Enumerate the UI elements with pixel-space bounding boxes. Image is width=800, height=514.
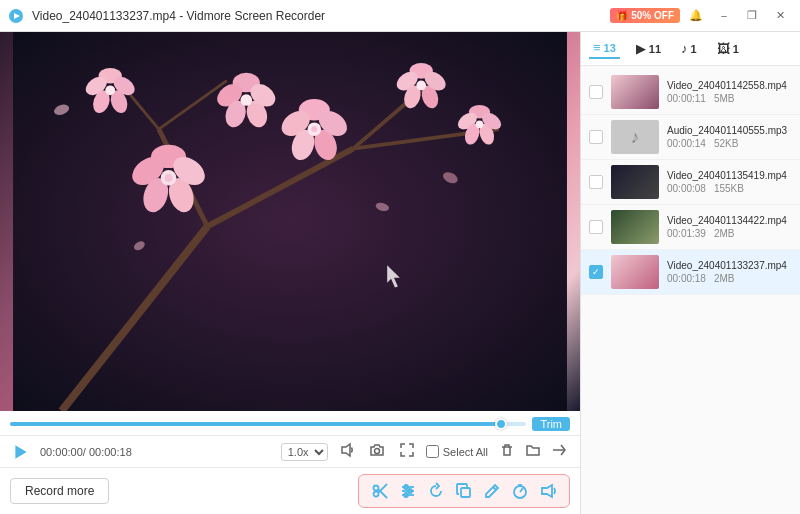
title-bar-left: Video_240401133237.mp4 - Vidmore Screen … [8,8,325,24]
list-item[interactable]: Video_240401135419.mp4 00:00:08 155KB [581,160,800,205]
item-thumbnail [611,255,659,289]
item-name: Video_240401133237.mp4 [667,260,792,271]
item-meta: 00:01:39 2MB [667,228,792,239]
folder-button[interactable] [522,440,544,463]
video-section: Trim 00:00:00/ 00:00:18 1.0x 0.5x 1.5x 2… [0,32,580,514]
svg-point-48 [166,175,172,181]
item-thumbnail: ♪ [611,120,659,154]
svg-rect-68 [461,488,470,497]
tab-video[interactable]: ▶ 11 [632,39,665,58]
progress-section: Trim [0,411,580,435]
item-meta: 00:00:18 2MB [667,273,792,284]
speed-select[interactable]: 1.0x 0.5x 1.5x 2.0x [281,443,328,461]
item-name: Video_240401142558.mp4 [667,80,792,91]
svg-line-69 [493,487,496,490]
time-display: 00:00:00/ 00:00:18 [40,446,132,458]
item-checkbox[interactable] [589,130,603,144]
item-checkbox[interactable] [589,85,603,99]
progress-track[interactable] [10,422,526,426]
bell-button[interactable]: 🔔 [684,4,708,28]
item-name: Video_240401135419.mp4 [667,170,792,181]
speed-button[interactable] [509,480,531,502]
fullscreen-button[interactable] [396,440,418,463]
title-bar: Video_240401133237.mp4 - Vidmore Screen … [0,0,800,32]
item-checkbox[interactable] [589,265,603,279]
play-button[interactable] [10,441,32,463]
svg-point-29 [240,94,252,106]
svg-marker-55 [15,445,26,459]
action-icons [496,440,570,463]
tool-icons-group [358,474,570,508]
select-all-label: Select All [443,446,488,458]
list-item[interactable]: Video_240401134422.mp4 00:01:39 2MB [581,205,800,250]
svg-line-61 [378,484,387,493]
item-info: Video_240401142558.mp4 00:00:11 5MB [667,80,792,104]
svg-marker-73 [542,485,552,497]
minimize-button[interactable]: − [712,4,736,28]
main-container: Trim 00:00:00/ 00:00:18 1.0x 0.5x 1.5x 2… [0,32,800,514]
item-info: Audio_240401140555.mp3 00:00:14 52KB [667,125,792,149]
svg-line-71 [520,488,523,492]
tab-all[interactable]: ≡ 13 [589,38,620,59]
share-button[interactable] [548,440,570,463]
audio-icon: ♪ [681,41,688,56]
svg-point-57 [374,449,379,454]
item-size: 5MB [714,93,735,104]
panel-list: Video_240401142558.mp4 00:00:11 5MB ♪ Au… [581,66,800,514]
panel-tabs: ≡ 13 ▶ 11 ♪ 1 🖼 1 [581,32,800,66]
title-bar-right: 🎁 50% OFF 🔔 − ❐ ✕ [610,4,792,28]
item-size: 2MB [714,228,735,239]
restore-button[interactable]: ❐ [740,4,764,28]
svg-point-35 [105,85,115,95]
item-info: Video_240401133237.mp4 00:00:18 2MB [667,260,792,284]
item-meta: 00:00:14 52KB [667,138,792,149]
list-item[interactable]: Video_240401133237.mp4 00:00:18 2MB [581,250,800,295]
rotate-button[interactable] [425,480,447,502]
item-duration: 00:00:14 [667,138,706,149]
item-meta: 00:00:11 5MB [667,93,792,104]
svg-point-47 [476,120,484,128]
item-checkbox[interactable] [589,175,603,189]
delete-button[interactable] [496,440,518,463]
close-button[interactable]: ✕ [768,4,792,28]
item-duration: 00:00:18 [667,273,706,284]
edit-button[interactable] [481,480,503,502]
volume-button[interactable] [336,440,358,463]
svg-point-49 [311,126,317,132]
video-thumbnail [0,32,580,411]
tab-image[interactable]: 🖼 1 [713,39,743,58]
adjust-button[interactable] [397,480,419,502]
promo-badge[interactable]: 🎁 50% OFF [610,8,680,23]
item-info: Video_240401134422.mp4 00:01:39 2MB [667,215,792,239]
video-player[interactable] [0,32,580,411]
item-thumbnail [611,75,659,109]
select-all-area: Select All [426,445,488,458]
progress-fill [10,422,501,426]
item-size: 2MB [714,273,735,284]
item-size: 52KB [714,138,738,149]
trim-button[interactable]: Trim [532,417,570,431]
copy-button[interactable] [453,480,475,502]
app-title: Video_240401133237.mp4 - Vidmore Screen … [32,9,325,23]
list-item[interactable]: ♪ Audio_240401140555.mp3 00:00:14 52KB [581,115,800,160]
item-checkbox[interactable] [589,220,603,234]
progress-handle[interactable] [495,418,507,430]
item-name: Audio_240401140555.mp3 [667,125,792,136]
bottom-toolbar: Record more [0,467,580,514]
scissors-button[interactable] [369,480,391,502]
progress-bar-container[interactable]: Trim [10,417,570,431]
record-more-button[interactable]: Record more [10,478,109,504]
tab-audio[interactable]: ♪ 1 [677,39,701,58]
screenshot-button[interactable] [366,440,388,463]
item-size: 155KB [714,183,744,194]
svg-point-41 [416,81,426,91]
list-item[interactable]: Video_240401142558.mp4 00:00:11 5MB [581,70,800,115]
playback-controls: 00:00:00/ 00:00:18 1.0x 0.5x 1.5x 2.0x [0,435,580,467]
svg-marker-56 [342,444,350,456]
item-duration: 00:00:11 [667,93,706,104]
audio-edit-button[interactable] [537,480,559,502]
item-duration: 00:01:39 [667,228,706,239]
item-duration: 00:00:08 [667,183,706,194]
list-icon: ≡ [593,40,601,55]
select-all-checkbox[interactable] [426,445,439,458]
